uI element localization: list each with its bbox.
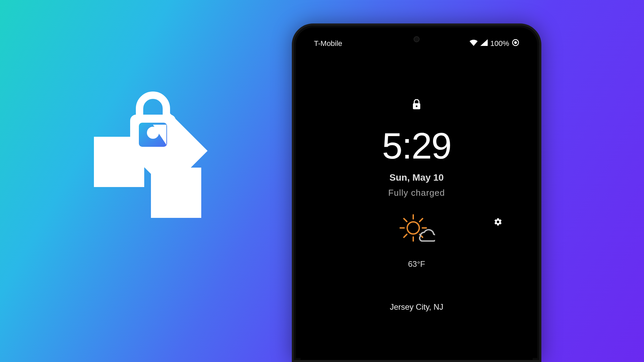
- power-button: [539, 233, 541, 300]
- weather-settings-button[interactable]: [494, 218, 502, 228]
- phone-screen[interactable]: T-Mobile 100%: [301, 32, 533, 360]
- weather-sun-cloud-icon: [398, 213, 435, 246]
- app-logo: [87, 87, 221, 221]
- phone-frame: T-Mobile 100%: [292, 23, 541, 362]
- svg-point-18: [407, 222, 419, 234]
- svg-line-14: [404, 219, 407, 222]
- svg-line-17: [420, 219, 423, 222]
- volume-button: [539, 133, 541, 176]
- date-label: Sun, May 10: [389, 172, 444, 183]
- svg-line-16: [404, 234, 407, 237]
- clock-time: 5:29: [382, 127, 451, 164]
- charge-status-label: Fully charged: [388, 188, 445, 198]
- temperature-label: 63°F: [408, 259, 425, 269]
- svg-point-9: [416, 106, 418, 107]
- location-label: Jersey City, NJ: [390, 302, 443, 312]
- phone-notch: [386, 32, 447, 46]
- lock-icon: [412, 99, 421, 111]
- weather-widget[interactable]: [301, 213, 533, 246]
- lockscreen[interactable]: 5:29 Sun, May 10 Fully charged: [301, 32, 533, 360]
